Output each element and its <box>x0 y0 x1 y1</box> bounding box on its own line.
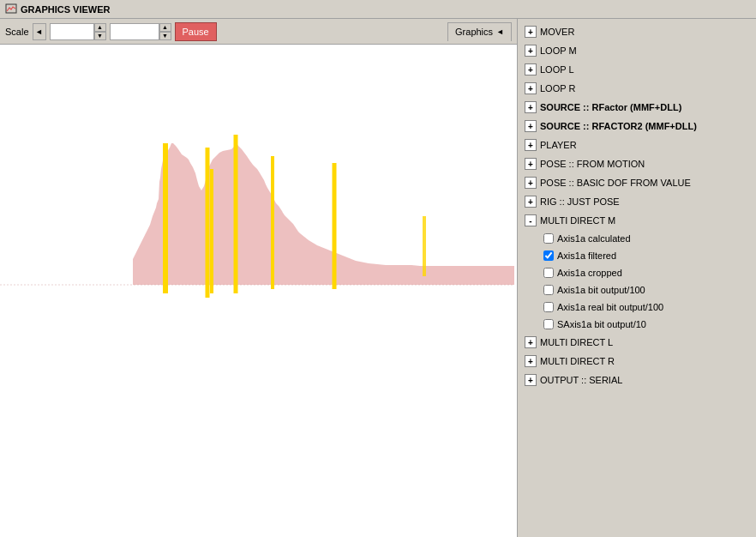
tree-item-multi-direct-m[interactable]: -MULTI DIRECT M <box>518 211 756 230</box>
checkbox-label-axis1a-real-bit-output: Axis1a real bit output/100 <box>557 302 663 312</box>
tree-item-loop-r[interactable]: +LOOP R <box>518 79 756 98</box>
tree-item-mover[interactable]: +MOVER <box>518 22 756 41</box>
tree-item-label: LOOP M <box>540 45 577 56</box>
tree-item-label: POSE :: FROM MOTION <box>540 159 645 169</box>
tree-item-label: PLAYER <box>540 140 577 150</box>
expand-icon[interactable]: + <box>525 101 537 113</box>
title-bar: GRAPHICS VIEWER <box>0 0 756 19</box>
tree-item-source-rfactor[interactable]: +SOURCE :: RFactor (MMF+DLL) <box>518 98 756 117</box>
expand-icon[interactable]: + <box>525 374 537 386</box>
checkbox-label-axis1a-calculated: Axis1a calculated <box>557 233 631 244</box>
checkbox-item-saxis1a-bit-output[interactable]: SAxis1a bit output/10 <box>518 316 756 333</box>
checkbox-axis1a-cropped[interactable] <box>543 268 554 278</box>
tree-item-label: MULTI DIRECT M <box>540 215 615 226</box>
graphics-viewer-icon <box>5 3 17 15</box>
scale-label: Scale <box>5 27 29 37</box>
checkbox-item-axis1a-calculated[interactable]: Axis1a calculated <box>518 230 756 247</box>
tree-item-label: MULTI DIRECT R <box>540 356 615 366</box>
scale-value2-down[interactable]: ▼ <box>159 32 171 40</box>
pause-button[interactable]: Pause <box>175 22 217 41</box>
expand-icon[interactable]: + <box>525 26 537 38</box>
scale-value1-down[interactable]: ▼ <box>94 32 106 40</box>
tree-item-loop-m[interactable]: +LOOP M <box>518 41 756 60</box>
tree-item-label: MOVER <box>540 27 574 37</box>
graphics-tab[interactable]: Graphics ◄ <box>447 22 512 41</box>
expand-icon[interactable]: + <box>525 336 537 348</box>
checkbox-label-axis1a-filtered: Axis1a filtered <box>557 250 616 261</box>
value2-spinner: 15.000 ▲ ▼ <box>110 23 171 40</box>
checkbox-axis1a-filtered[interactable] <box>543 250 554 261</box>
checkbox-item-axis1a-real-bit-output[interactable]: Axis1a real bit output/100 <box>518 299 756 316</box>
scale-value2-input[interactable]: 15.000 <box>110 23 159 40</box>
chart-svg <box>0 45 517 537</box>
left-panel: Scale ◄ 60.00 ▲ ▼ 15.000 ▲ ▼ Pause Graph… <box>0 19 518 537</box>
expand-icon[interactable]: + <box>525 45 537 57</box>
value1-spinner: 60.00 ▲ ▼ <box>50 23 106 40</box>
svg-rect-2 <box>0 319 137 456</box>
tree-item-label: RIG :: JUST POSE <box>540 196 620 207</box>
right-panel: +MOVER+LOOP M+LOOP L+LOOP R+SOURCE :: RF… <box>518 19 756 537</box>
checkbox-axis1a-bit-output[interactable] <box>543 285 554 295</box>
expand-icon[interactable]: + <box>525 177 537 189</box>
tree-item-rig-just-pose[interactable]: +RIG :: JUST POSE <box>518 192 756 211</box>
title-bar-text: GRAPHICS VIEWER <box>21 4 111 15</box>
expand-icon[interactable]: + <box>525 63 537 75</box>
expand-icon[interactable]: + <box>525 82 537 94</box>
graphics-tab-arrow: ◄ <box>496 27 504 36</box>
scale-arrow-btn[interactable]: ◄ <box>33 23 46 40</box>
expand-icon[interactable]: + <box>525 196 537 208</box>
expand-icon[interactable]: + <box>525 158 537 170</box>
checkbox-axis1a-calculated[interactable] <box>543 233 554 244</box>
tree-item-label: LOOP R <box>540 83 575 94</box>
tree-item-pose-basic-dof[interactable]: +POSE :: BASIC DOF FROM VALUE <box>518 173 756 192</box>
expand-icon[interactable]: + <box>525 139 537 151</box>
checkbox-label-saxis1a-bit-output: SAxis1a bit output/10 <box>557 319 646 329</box>
expand-icon[interactable]: + <box>525 355 537 367</box>
collapse-icon[interactable]: - <box>525 214 537 226</box>
tree-item-loop-l[interactable]: +LOOP L <box>518 60 756 79</box>
checkbox-saxis1a-bit-output[interactable] <box>543 319 554 329</box>
tree-item-multi-direct-r[interactable]: +MULTI DIRECT R <box>518 352 756 371</box>
checkbox-label-axis1a-cropped: Axis1a cropped <box>557 268 622 278</box>
chart-area <box>0 45 517 537</box>
tree-item-pose-from-motion[interactable]: +POSE :: FROM MOTION <box>518 154 756 173</box>
tree-item-label: POSE :: BASIC DOF FROM VALUE <box>540 178 691 188</box>
tree-item-label: MULTI DIRECT L <box>540 337 613 347</box>
scale-value1-up[interactable]: ▲ <box>94 23 106 32</box>
tree-item-output-serial[interactable]: +OUTPUT :: SERIAL <box>518 371 756 389</box>
scale-value2-up[interactable]: ▲ <box>159 23 171 32</box>
checkbox-item-axis1a-cropped[interactable]: Axis1a cropped <box>518 264 756 281</box>
checkbox-axis1a-real-bit-output[interactable] <box>543 302 554 312</box>
main-container: Scale ◄ 60.00 ▲ ▼ 15.000 ▲ ▼ Pause Graph… <box>0 19 756 537</box>
expand-icon[interactable]: + <box>525 120 537 132</box>
tree-item-label: OUTPUT :: SERIAL <box>540 375 622 385</box>
checkbox-item-axis1a-filtered[interactable]: Axis1a filtered <box>518 247 756 264</box>
tree-item-source-rfactor2[interactable]: +SOURCE :: RFACTOR2 (MMF+DLL) <box>518 117 756 136</box>
graphics-tab-label: Graphics <box>455 27 493 37</box>
checkbox-label-axis1a-bit-output: Axis1a bit output/100 <box>557 285 645 295</box>
tree-item-label: LOOP L <box>540 64 574 75</box>
tree-item-label: SOURCE :: RFactor (MMF+DLL) <box>540 102 681 112</box>
checkbox-item-axis1a-bit-output[interactable]: Axis1a bit output/100 <box>518 281 756 299</box>
tree-item-multi-direct-l[interactable]: +MULTI DIRECT L <box>518 333 756 352</box>
scale-value1-input[interactable]: 60.00 <box>50 23 94 40</box>
tree-item-player[interactable]: +PLAYER <box>518 136 756 154</box>
tree-item-label: SOURCE :: RFACTOR2 (MMF+DLL) <box>540 121 697 131</box>
